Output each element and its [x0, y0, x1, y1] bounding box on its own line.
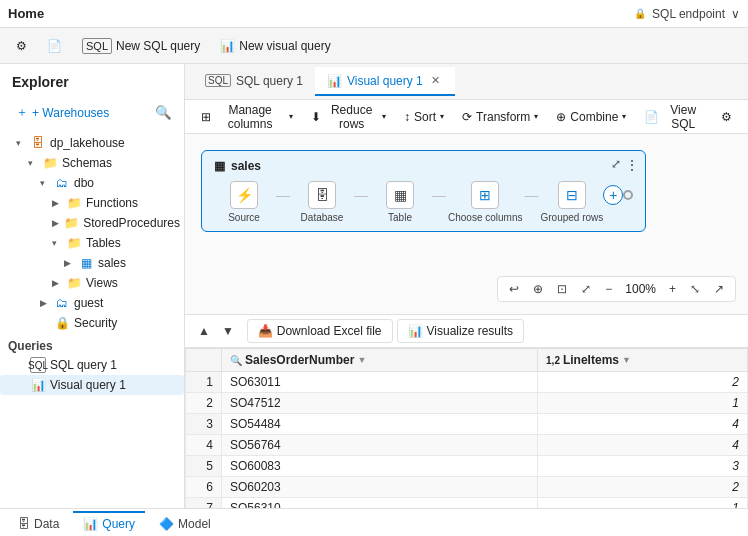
col-header-num — [186, 349, 222, 372]
expand-icon: ▾ — [16, 138, 30, 148]
tab-bar: SQL SQL query 1 📊 Visual query 1 ✕ — [185, 64, 748, 100]
zoom-fit-button[interactable]: ⊡ — [552, 280, 572, 298]
visual-query-icon: 📊 — [220, 39, 235, 53]
tree-label-views: Views — [86, 276, 118, 290]
lock-icon: 🔒 — [54, 315, 70, 331]
undo-button[interactable]: ↩ — [504, 280, 524, 298]
excel-icon: 📥 — [258, 324, 273, 338]
expand-icon: ▶ — [64, 258, 78, 268]
row-order: SO60203 — [222, 477, 538, 498]
transform-label: Transform — [476, 110, 530, 124]
sort-icon[interactable]: ▼ — [622, 355, 631, 365]
download-excel-button[interactable]: 📥 Download Excel file — [247, 319, 393, 343]
manage-columns-button[interactable]: ⊞ Manage columns ▾ — [193, 100, 301, 134]
filter-icon: 🔍 — [230, 355, 242, 366]
popout-button[interactable]: ↗ — [709, 280, 729, 298]
fullscreen-button[interactable]: ⤡ — [685, 280, 705, 298]
settings-button[interactable]: ⚙ — [8, 35, 35, 57]
bottom-tab-query[interactable]: 📊 Query — [73, 511, 145, 535]
visual-tab-icon: 📊 — [327, 74, 342, 88]
tree-item-sql-query-1[interactable]: ▶ SQL SQL query 1 — [0, 355, 184, 375]
table-row[interactable]: 1 SO63011 2 — [186, 372, 748, 393]
table-row[interactable]: 4 SO56764 4 — [186, 435, 748, 456]
row-line: 2 — [538, 372, 748, 393]
model-tab-label: Model — [178, 517, 211, 531]
sidebar-search-button[interactable]: 🔍 — [151, 101, 176, 124]
sidebar-title: Explorer — [0, 64, 184, 96]
node-sales-label: sales — [231, 159, 261, 173]
table-row[interactable]: 7 SO56310 1 — [186, 498, 748, 509]
tab-visual-query-1[interactable]: 📊 Visual query 1 ✕ — [315, 67, 455, 96]
plus-icon: ＋ — [16, 104, 28, 121]
data-tab-label: Data — [34, 517, 59, 531]
folder-icon: 📁 — [64, 215, 79, 231]
bottom-tab-bar: 🗄 Data 📊 Query 🔷 Model — [0, 508, 748, 536]
nav-up-button[interactable]: ▲ — [193, 322, 215, 340]
sort-button[interactable]: ↕ Sort ▾ — [396, 107, 452, 127]
visualize-results-button[interactable]: 📊 Visualize results — [397, 319, 524, 343]
fit-button[interactable]: ⊕ — [528, 280, 548, 298]
tree-label-tables: Tables — [86, 236, 121, 250]
main-toolbar: ⚙ 📄 SQL New SQL query 📊 New visual query — [0, 28, 748, 64]
step-table[interactable]: ▦ Table — [370, 181, 430, 223]
expand-icon: ▶ — [52, 198, 66, 208]
new-item-button[interactable]: 📄 — [39, 35, 70, 57]
tree-item-guest[interactable]: ▶ 🗂 guest — [0, 293, 184, 313]
data-table-wrap[interactable]: 🔍 SalesOrderNumber ▼ 1,2 LineItems ▼ — [185, 348, 748, 508]
new-visual-query-button[interactable]: 📊 New visual query — [212, 35, 338, 57]
table-row[interactable]: 6 SO60203 2 — [186, 477, 748, 498]
tree-item-security[interactable]: ▶ 🔒 Security — [0, 313, 184, 333]
view-sql-button[interactable]: 📄 View SQL — [636, 100, 711, 134]
order-header-filter: 🔍 SalesOrderNumber ▼ — [230, 353, 529, 367]
node-more-button[interactable]: ⋮ — [625, 157, 639, 173]
step-database[interactable]: 🗄 Database — [292, 181, 352, 223]
arrow-icon: — — [276, 187, 290, 203]
tree-item-functions[interactable]: ▶ 📁 Functions — [0, 193, 184, 213]
nav-down-button[interactable]: ▼ — [217, 322, 239, 340]
query-tab-icon: 📊 — [83, 517, 98, 531]
combine-button[interactable]: ⊕ Combine ▾ — [548, 107, 634, 127]
tree-item-storedprocedures[interactable]: ▶ 📁 StoredProcedures — [0, 213, 184, 233]
tree-item-sales[interactable]: ▶ ▦ sales — [0, 253, 184, 273]
view-sql-icon: 📄 — [644, 110, 659, 124]
add-warehouses-label: + Warehouses — [32, 106, 109, 120]
tree-item-schemas[interactable]: ▾ 📁 Schemas — [0, 153, 184, 173]
step-grouped-rows[interactable]: ⊟ Grouped rows — [540, 181, 603, 223]
endpoint-info: 🔒 SQL endpoint ∨ — [634, 7, 740, 21]
tree-item-tables[interactable]: ▾ 📁 Tables — [0, 233, 184, 253]
file-tree: ▾ 🗄 dp_lakehouse ▾ 📁 Schemas ▾ 🗂 dbo ▶ 📁… — [0, 129, 184, 508]
arrow-icon: — — [524, 187, 538, 203]
tree-item-visual-query-1[interactable]: ▶ 📊 Visual query 1 — [0, 375, 184, 395]
table-row[interactable]: 3 SO54484 4 — [186, 414, 748, 435]
row-order: SO60083 — [222, 456, 538, 477]
tab-sql-query-1[interactable]: SQL SQL query 1 — [193, 68, 315, 96]
settings-icon-button[interactable]: ⚙ — [713, 107, 740, 127]
tree-item-views[interactable]: ▶ 📁 Views — [0, 273, 184, 293]
table-row[interactable]: 2 SO47512 1 — [186, 393, 748, 414]
add-warehouses-button[interactable]: ＋ + Warehouses — [8, 100, 147, 125]
col-header-line: 1,2 LineItems ▼ — [538, 349, 748, 372]
reduce-rows-button[interactable]: ⬇ Reduce rows ▾ — [303, 100, 394, 134]
row-order: SO63011 — [222, 372, 538, 393]
bottom-tab-model[interactable]: 🔷 Model — [149, 511, 221, 535]
transform-button[interactable]: ⟳ Transform ▾ — [454, 107, 546, 127]
add-step-button[interactable]: + — [603, 185, 623, 205]
sort-label: Sort — [414, 110, 436, 124]
step-source[interactable]: ⚡ Source — [214, 181, 274, 223]
results-area: ▲ ▼ 📥 Download Excel file 📊 Visualize re… — [185, 314, 748, 508]
new-sql-query-button[interactable]: SQL New SQL query — [74, 34, 208, 58]
chevron-down-icon: ▾ — [289, 112, 293, 121]
tree-item-dbo[interactable]: ▾ 🗂 dbo — [0, 173, 184, 193]
zoom-in-button[interactable]: + — [664, 280, 681, 298]
node-expand-button[interactable]: ⤢ — [611, 157, 621, 171]
tree-item-dp-lakehouse[interactable]: ▾ 🗄 dp_lakehouse — [0, 133, 184, 153]
tab-close-button[interactable]: ✕ — [428, 73, 443, 88]
table-row[interactable]: 5 SO60083 3 — [186, 456, 748, 477]
chevron-down-icon[interactable]: ∨ — [731, 7, 740, 21]
expand-icon: ▾ — [52, 238, 66, 248]
step-choose-columns[interactable]: ⊞ Choose columns — [448, 181, 522, 223]
expand-button[interactable]: ⤢ — [576, 280, 596, 298]
sort-icon[interactable]: ▼ — [357, 355, 366, 365]
zoom-out-button[interactable]: − — [600, 280, 617, 298]
bottom-tab-data[interactable]: 🗄 Data — [8, 511, 69, 535]
